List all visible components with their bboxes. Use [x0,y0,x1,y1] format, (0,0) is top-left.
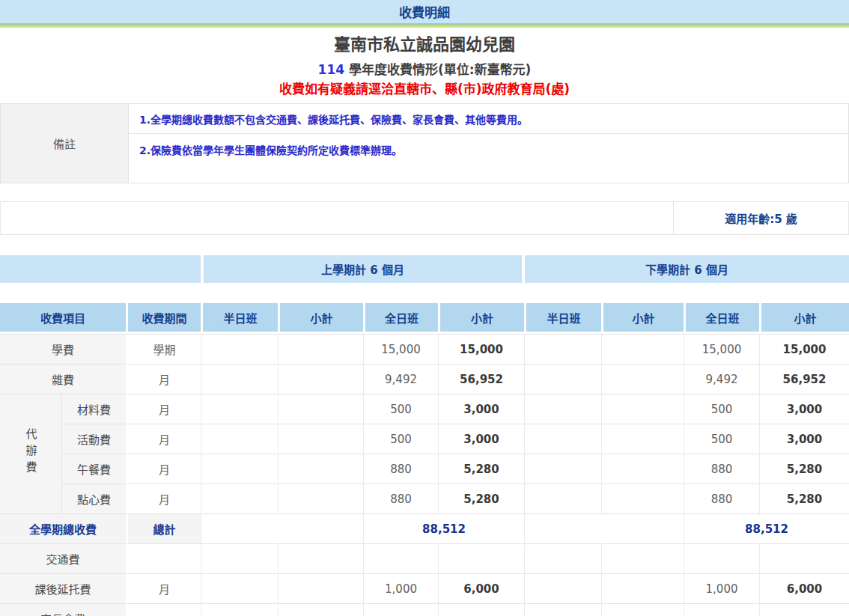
table-cell: 56,952 [438,364,524,394]
semester1-total-value: 88,512 [363,513,524,543]
row-label: 交通費 [0,543,126,573]
table-cell: 15,000 [438,334,524,364]
table-cell: 9,492 [363,364,438,394]
table-cell [363,603,438,616]
row-period: 月 [126,394,201,424]
table-cell [759,543,849,573]
table-cell [601,484,684,513]
row-label: 家長會費 [0,603,126,616]
table-cell [524,513,684,543]
table-cell [524,603,601,616]
row-period: 月 [126,424,201,454]
table-cell [278,364,363,394]
table-cell [524,454,601,484]
table-cell: 56,952 [759,364,849,394]
row-period: 月 [126,454,201,484]
semester-band: 上學期計 6 個月 下學期計 6 個月 [0,255,849,283]
table-cell: 3,000 [759,394,849,424]
table-cell: 5,280 [438,484,524,513]
table-cell: 880 [363,454,438,484]
table-row-activity-fee: 活動費 月 500 3,000 500 3,000 [0,424,849,454]
table-cell [201,543,278,573]
table-row-materials-fee: 代辦費 材料費 月 500 3,000 500 3,000 [0,394,849,424]
table-cell [601,364,684,394]
table-cell: 6,000 [759,573,849,603]
table-cell [524,484,601,513]
applicable-age-row: 適用年齡:5 歲 [0,201,849,235]
table-cell: 15,000 [363,334,438,364]
age-row-empty-cell [1,202,673,234]
row-label: 課後延托費 [0,573,126,603]
table-cell: 15,000 [759,334,849,364]
row-label: 學費 [0,334,126,364]
row-sublabel: 點心費 [61,484,126,513]
first-semester-header: 上學期計 6 個月 [204,255,522,283]
col-header-full-day-1: 全日班 [363,303,438,334]
table-cell: 500 [684,394,759,424]
table-cell: 1,000 [684,573,759,603]
table-cell [524,424,601,454]
table-cell [201,603,278,616]
row-sublabel: 材料費 [61,394,126,424]
school-year-number: 114 [318,62,345,77]
table-cell [201,513,363,543]
table-cell [363,543,438,573]
page-title: 收費明細 [399,2,450,21]
table-cell: 500 [363,394,438,424]
table-row-after-school-care-fee: 課後延托費 月 1,000 6,000 1,000 6,000 [0,573,849,603]
table-cell: 3,000 [759,424,849,454]
row-sublabel: 午餐費 [61,454,126,484]
table-cell [524,394,601,424]
table-cell [201,484,278,513]
table-cell: 880 [684,484,759,513]
col-header-subtotal-2: 小計 [438,303,524,334]
table-cell [278,484,363,513]
row-period [126,603,201,616]
table-row-transport-fee: 交通費 [0,543,849,573]
row-period [126,543,201,573]
table-cell: 500 [684,424,759,454]
table-cell: 3,000 [438,424,524,454]
table-cell [201,424,278,454]
table-cell: 500 [363,424,438,454]
table-cell: 15,000 [684,334,759,364]
table-cell [601,543,684,573]
table-cell: 1,000 [363,573,438,603]
table-cell [278,603,363,616]
table-cell [201,334,278,364]
col-header-subtotal-4: 小計 [759,303,849,334]
col-header-half-day-2: 半日班 [524,303,601,334]
table-cell [601,573,684,603]
table-row-parent-association-fee: 家長會費 [0,603,849,616]
school-name: 臺南市私立誠品園幼兒園 [0,34,849,55]
row-period: 學期 [126,334,201,364]
remarks-table: 備註 1.全學期總收費數額不包含交通費、課後延托費、保險費、家長會費、其他等費用… [0,103,849,183]
table-row-snack-fee: 點心費 月 880 5,280 880 5,280 [0,484,849,513]
table-cell: 5,280 [759,454,849,484]
table-cell: 880 [684,454,759,484]
row-period: 月 [126,573,201,603]
fee-table: 收費項目 收費期間 半日班 小計 全日班 小計 半日班 小計 全日班 小計 學費… [0,303,849,616]
remarks-label: 備註 [0,103,129,183]
table-cell [201,364,278,394]
row-label: 雜費 [0,364,126,394]
intro-section: 臺南市私立誠品園幼兒園 114 學年度收費情形(單位:新臺幣元) 收費如有疑義請… [0,34,849,98]
table-cell: 9,492 [684,364,759,394]
table-cell [201,394,278,424]
group-label-vertical-text: 代辦費 [23,428,39,478]
table-cell: 3,000 [438,394,524,424]
total-row-label: 全學期總收費 [0,513,126,543]
table-cell [524,543,601,573]
table-cell [201,573,278,603]
col-header-subtotal-3: 小計 [601,303,684,334]
table-cell [278,394,363,424]
table-cell [278,573,363,603]
table-cell [759,603,849,616]
row-period: 月 [126,484,201,513]
table-row-tuition: 學費 學期 15,000 15,000 15,000 15,000 [0,334,849,364]
table-cell: 5,280 [438,454,524,484]
table-cell [278,543,363,573]
table-row-misc-fee: 雜費 月 9,492 56,952 9,492 56,952 [0,364,849,394]
table-cell [201,454,278,484]
table-cell [524,334,601,364]
